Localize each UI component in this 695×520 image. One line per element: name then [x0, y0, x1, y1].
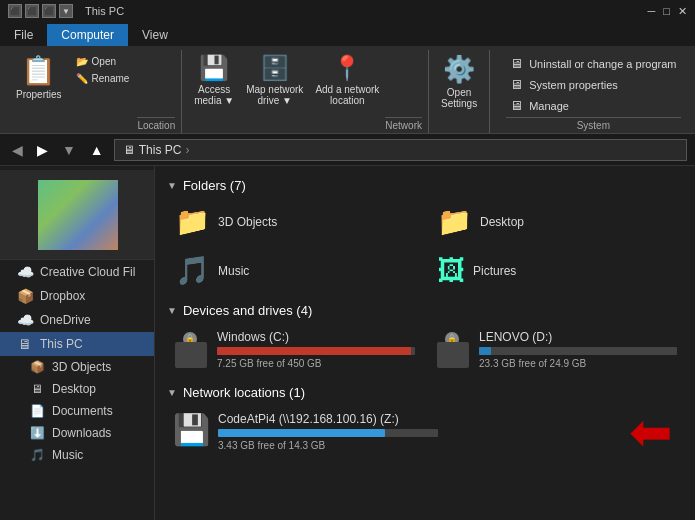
network-title: Network locations (1): [183, 385, 305, 400]
network-group-label: Network: [385, 117, 422, 131]
title-icon-4: ▼: [59, 4, 73, 18]
system-group-label: System: [506, 117, 680, 131]
title-bar: ⬛ ⬛ ⬛ ▼ This PC ─ □ ✕: [0, 0, 695, 22]
folder-pictures-icon: 🖼: [437, 254, 465, 287]
folder-desktop-label: Desktop: [480, 215, 524, 229]
access-media-label: Access media ▼: [194, 84, 234, 106]
3d-objects-label: 3D Objects: [52, 360, 111, 374]
drive-d-free: 23.3 GB free of 24.9 GB: [479, 358, 677, 369]
address-path[interactable]: 🖥 This PC ›: [114, 139, 687, 161]
onedrive-label: OneDrive: [40, 313, 91, 327]
network-z-free: 3.43 GB free of 14.3 GB: [218, 440, 677, 451]
sidebar-item-desktop[interactable]: 🖥 Desktop: [0, 378, 154, 400]
open-button[interactable]: 📂 Open: [70, 54, 136, 69]
drives-grid: 🔒 Windows (C:) 7.25 GB free of 450 GB 🔒: [167, 326, 683, 373]
sidebar-preview: [0, 170, 155, 260]
sidebar-item-onedrive[interactable]: ☁️ OneDrive: [0, 308, 154, 332]
ribbon-tabs: File Computer View: [0, 22, 695, 46]
drive-c-free: 7.25 GB free of 450 GB: [217, 358, 415, 369]
this-pc-icon: 🖥: [16, 336, 34, 352]
map-network-drive-button[interactable]: 🗄️ Map network drive ▼: [240, 52, 309, 131]
sidebar-item-documents[interactable]: 📄 Documents: [0, 400, 154, 422]
drive-d-bar-container: [479, 347, 677, 355]
documents-label: Documents: [52, 404, 113, 418]
folder-music-label: Music: [218, 264, 249, 278]
this-pc-label: This PC: [40, 337, 83, 351]
downloads-label: Downloads: [52, 426, 111, 440]
drive-d[interactable]: 🔒 LENOVO (D:) 23.3 GB free of 24.9 GB: [429, 326, 683, 373]
title-bar-icons: ⬛ ⬛ ⬛ ▼: [8, 4, 73, 18]
access-media-button[interactable]: 💾 Access media ▼: [188, 52, 240, 131]
settings-label: Open Settings: [441, 87, 477, 109]
folder-desktop-icon: 📁: [437, 205, 472, 238]
drive-c-base: [175, 342, 207, 368]
settings-icon: ⚙️: [443, 54, 475, 85]
folder-desktop[interactable]: 📁 Desktop: [429, 201, 683, 242]
tab-file[interactable]: File: [0, 24, 47, 46]
drive-c[interactable]: 🔒 Windows (C:) 7.25 GB free of 450 GB: [167, 326, 421, 373]
map-network-label: Map network drive ▼: [246, 84, 303, 106]
add-network-icon: 📍: [332, 54, 362, 82]
creative-cloud-icon: ☁️: [16, 264, 34, 280]
desktop-label: Desktop: [52, 382, 96, 396]
close-btn[interactable]: ✕: [678, 5, 687, 18]
location-group-label: Location: [137, 117, 175, 131]
network-location-z[interactable]: 💾 CodeAtPi4 (\\192.168.100.16) (Z:) 3.43…: [167, 408, 683, 455]
network-z-name: CodeAtPi4 (\\192.168.100.16) (Z:): [218, 412, 677, 426]
sidebar-item-creative-cloud[interactable]: ☁️ Creative Cloud Fil: [0, 260, 154, 284]
folder-3d-icon: 📁: [175, 205, 210, 238]
sidebar-item-3d-objects[interactable]: 📦 3D Objects: [0, 356, 154, 378]
manage-button[interactable]: 🖥 Manage: [506, 96, 680, 115]
uninstall-program-button[interactable]: 🖥 Uninstall or change a program: [506, 54, 680, 73]
rename-button[interactable]: ✏️ Rename: [70, 71, 136, 86]
tab-computer[interactable]: Computer: [47, 24, 128, 46]
ribbon: 📋 Properties 📂 Open ✏️ Rename Location 💾…: [0, 46, 695, 134]
add-network-location-button[interactable]: 📍 Add a network location: [309, 52, 385, 131]
content-area: ▼ Folders (7) 📁 3D Objects 📁 Desktop 🎵 M…: [155, 166, 695, 520]
drive-c-name: Windows (C:): [217, 330, 415, 344]
downloads-icon: ⬇️: [28, 426, 46, 440]
add-network-label: Add a network location: [315, 84, 379, 106]
folder-pictures[interactable]: 🖼 Pictures: [429, 250, 683, 291]
network-section-header[interactable]: ▼ Network locations (1): [167, 385, 683, 400]
dropbox-icon: 📦: [16, 288, 34, 304]
drives-section-header[interactable]: ▼ Devices and drives (4): [167, 303, 683, 318]
back-button[interactable]: ◀: [8, 140, 27, 160]
main-layout: ☁️ Creative Cloud Fil 📦 Dropbox ☁️ OneDr…: [0, 166, 695, 520]
drive-c-info: Windows (C:) 7.25 GB free of 450 GB: [217, 330, 415, 369]
minimize-btn[interactable]: ─: [648, 5, 656, 18]
folder-3d-label: 3D Objects: [218, 215, 277, 229]
forward-button[interactable]: ▶: [33, 140, 52, 160]
drive-d-name: LENOVO (D:): [479, 330, 677, 344]
open-settings-button[interactable]: ⚙️ Open Settings: [435, 52, 483, 131]
properties-button[interactable]: 📋 Properties: [10, 52, 68, 131]
sidebar: ☁️ Creative Cloud Fil 📦 Dropbox ☁️ OneDr…: [0, 166, 155, 520]
maximize-btn[interactable]: □: [663, 5, 670, 18]
sidebar-item-music[interactable]: 🎵 Music: [0, 444, 154, 466]
sidebar-item-this-pc[interactable]: 🖥 This PC: [0, 332, 154, 356]
folder-3d-objects[interactable]: 📁 3D Objects: [167, 201, 421, 242]
folder-pictures-label: Pictures: [473, 264, 516, 278]
up-button[interactable]: ▲: [86, 140, 108, 160]
system-properties-button[interactable]: 🖥 System properties: [506, 75, 680, 94]
tab-view[interactable]: View: [128, 24, 182, 46]
title-icon-2: ⬛: [25, 4, 39, 18]
sidebar-item-dropbox[interactable]: 📦 Dropbox: [0, 284, 154, 308]
recent-button[interactable]: ▼: [58, 140, 80, 160]
title-icon-3: ⬛: [42, 4, 56, 18]
documents-icon: 📄: [28, 404, 46, 418]
network-chevron: ▼: [167, 387, 177, 398]
folder-music[interactable]: 🎵 Music: [167, 250, 421, 291]
dropbox-label: Dropbox: [40, 289, 85, 303]
network-z-bar: [218, 429, 385, 437]
map-network-icon: 🗄️: [260, 54, 290, 82]
drive-c-icon: 🔒: [173, 332, 209, 368]
drive-c-bar: [217, 347, 411, 355]
address-bar: ◀ ▶ ▼ ▲ 🖥 This PC ›: [0, 134, 695, 166]
desktop-icon: 🖥: [28, 382, 46, 396]
uninstall-label: Uninstall or change a program: [529, 58, 676, 70]
sidebar-item-downloads[interactable]: ⬇️ Downloads: [0, 422, 154, 444]
manage-icon: 🖥: [510, 98, 523, 113]
drive-d-icon: 🔒: [435, 332, 471, 368]
folders-section-header[interactable]: ▼ Folders (7): [167, 178, 683, 193]
